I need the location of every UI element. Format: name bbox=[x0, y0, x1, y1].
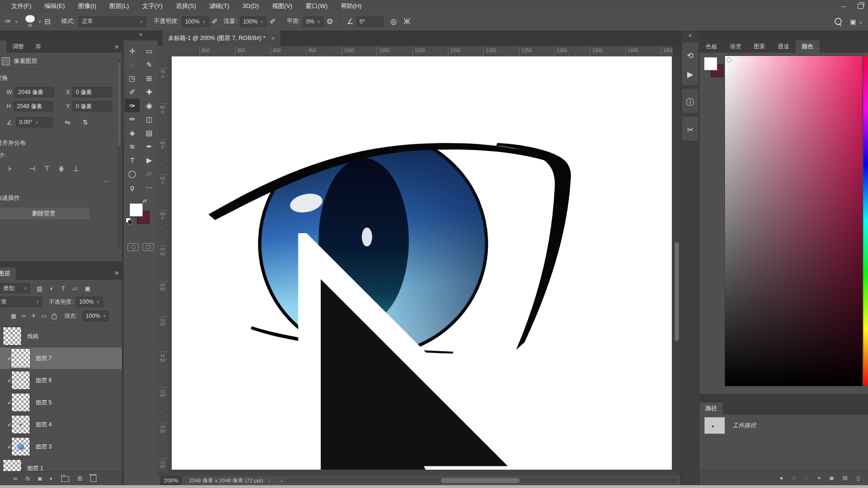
color-panel-tab[interactable]: 色板 bbox=[700, 40, 724, 53]
layer-thumbnail[interactable] bbox=[11, 371, 30, 390]
brush-angle-input[interactable]: 0° bbox=[356, 16, 383, 27]
filter-type-select[interactable]: 类型 ∨ bbox=[0, 283, 30, 293]
layer-thumbnail[interactable] bbox=[3, 327, 22, 346]
tab-libraries[interactable]: 库 bbox=[30, 40, 47, 53]
align-top-edges-icon[interactable]: ⊤ bbox=[44, 165, 50, 173]
tab-paths[interactable]: 路径 bbox=[700, 402, 723, 415]
lock-transparency-icon[interactable]: ▦ bbox=[11, 313, 16, 319]
work-path-row[interactable]: 工作路径 bbox=[700, 415, 868, 437]
airbrush-icon[interactable]: ✐ bbox=[270, 17, 276, 26]
menu-item[interactable]: 视图(V) bbox=[265, 0, 299, 12]
fill-path-icon[interactable]: ● bbox=[780, 474, 783, 481]
healing-brush-tool[interactable]: ✚ bbox=[142, 85, 157, 99]
default-colors-icon[interactable] bbox=[126, 218, 131, 223]
field-input[interactable]: 2048 像素 bbox=[15, 87, 54, 97]
close-document-icon[interactable]: × bbox=[271, 35, 275, 42]
rotate-input[interactable]: 0.00° ∨ bbox=[16, 117, 53, 127]
opacity-input[interactable]: 100% ∨ bbox=[182, 16, 208, 27]
fill-input[interactable]: 100% ∨ bbox=[82, 311, 109, 321]
foreground-color-swatch[interactable] bbox=[704, 57, 717, 70]
tool-preset-chevron-icon[interactable]: ∨ bbox=[15, 19, 18, 24]
color-panel-tab[interactable]: 图案 bbox=[748, 40, 772, 53]
menu-item[interactable]: 窗口(W) bbox=[299, 0, 334, 12]
filter-smart-objects-icon[interactable]: ▣ bbox=[85, 285, 90, 292]
search-icon[interactable] bbox=[835, 18, 842, 25]
symmetry-icon[interactable]: Ж bbox=[403, 17, 410, 26]
document-canvas[interactable] bbox=[172, 56, 672, 470]
new-layer-icon[interactable]: ⊞ bbox=[77, 475, 82, 482]
color-cube[interactable] bbox=[725, 55, 863, 386]
make-work-path-icon[interactable]: ⌖ bbox=[817, 474, 820, 482]
layer-row[interactable]: ↳ 线稿 bbox=[0, 325, 122, 347]
eyedropper-tool[interactable]: ✐ bbox=[125, 85, 140, 99]
tool-presets-panel-button[interactable]: ✂ bbox=[682, 120, 698, 139]
layer-thumbnail[interactable] bbox=[11, 415, 30, 434]
menu-item[interactable]: 图像(I) bbox=[72, 0, 103, 12]
lock-position-icon[interactable]: ✛ bbox=[31, 313, 36, 319]
blur-tool[interactable]: ≋ bbox=[125, 140, 140, 153]
toggle-brush-panel-icon[interactable]: ⊟ bbox=[44, 17, 50, 26]
align-bottom-edges-icon[interactable]: ⊥ bbox=[73, 165, 79, 173]
menu-item[interactable]: 图层(L) bbox=[103, 0, 135, 12]
delete-layer-icon[interactable] bbox=[90, 476, 96, 482]
layer-row[interactable]: ↳ 图层 3 bbox=[0, 436, 122, 458]
tool-preset-icon[interactable]: ✑ bbox=[5, 17, 11, 26]
status-chevron-icon[interactable]: 〉 bbox=[268, 477, 273, 484]
mixer-brush-tool[interactable]: ✏ bbox=[125, 112, 140, 126]
pen-tool[interactable]: ✒ bbox=[142, 140, 157, 153]
color-panel-tab[interactable]: 颜色 bbox=[796, 40, 820, 53]
swap-colors-icon[interactable]: ⇄ bbox=[143, 198, 147, 204]
layer-effects-icon[interactable]: fx bbox=[25, 475, 30, 482]
info-panel-button[interactable]: ⓘ bbox=[682, 93, 698, 111]
color-panel-tab[interactable]: 渐变 bbox=[724, 40, 748, 53]
hue-slider[interactable] bbox=[863, 55, 868, 386]
layer-name[interactable]: 图层 6 bbox=[36, 377, 52, 385]
move-tool[interactable]: ✛ bbox=[125, 44, 140, 58]
filter-type-layers-icon[interactable]: T bbox=[61, 285, 65, 292]
screen-mode-button[interactable] bbox=[143, 243, 154, 251]
tab-adjustments[interactable]: 调整 bbox=[7, 40, 30, 53]
menu-item[interactable]: 编辑(E) bbox=[38, 0, 72, 12]
path-selection-tool[interactable]: ▶ bbox=[142, 153, 157, 167]
flow-input[interactable]: 100% ∨ bbox=[240, 16, 267, 27]
zoom-level-input[interactable]: 200% bbox=[160, 476, 182, 485]
scroll-left-icon[interactable]: ‹ bbox=[281, 477, 283, 484]
ellipse-tool[interactable]: ◯ bbox=[125, 167, 140, 181]
layer-row[interactable]: ↳ 图层 4 bbox=[0, 414, 122, 436]
new-group-icon[interactable] bbox=[61, 476, 69, 482]
tab-properties-partial[interactable] bbox=[0, 40, 7, 53]
edit-toolbar-button[interactable]: ⋯ bbox=[142, 181, 157, 194]
clone-stamp-tool[interactable]: ◉ bbox=[142, 99, 157, 112]
layer-thumbnail[interactable] bbox=[11, 349, 30, 368]
scrollbar-thumb[interactable] bbox=[675, 242, 679, 341]
tab-layers[interactable]: 图层 bbox=[0, 268, 16, 280]
canvas-vertical-scrollbar[interactable] bbox=[673, 56, 680, 472]
filter-pixel-layers-icon[interactable]: ▨ bbox=[37, 285, 42, 292]
field-input[interactable]: 2048 像素 bbox=[14, 101, 53, 111]
layer-name[interactable]: 图层 5 bbox=[36, 399, 52, 407]
align-more-button[interactable]: … bbox=[0, 173, 122, 183]
align-center-icon[interactable]: ⋕ bbox=[58, 165, 64, 173]
brush-tool[interactable]: ✑ bbox=[125, 99, 140, 112]
add-layer-mask-icon[interactable]: ◙ bbox=[38, 475, 42, 482]
document-tab[interactable]: 未标题-1 @ 200% (图层 7, RGB/8#) * × bbox=[162, 31, 280, 46]
flip-vertical-icon[interactable]: ⇅ bbox=[82, 118, 88, 126]
color-panel-tab[interactable]: 通道 bbox=[772, 40, 796, 53]
workspace-switcher-icon[interactable]: ▣ ∨ bbox=[850, 18, 862, 25]
paint-bucket-tool[interactable]: ◈ bbox=[125, 126, 140, 140]
field-input[interactable]: 0 像素 bbox=[72, 101, 112, 111]
blend-mode-select[interactable]: 正常 ∨ bbox=[79, 16, 146, 27]
new-path-icon[interactable]: ⊞ bbox=[843, 474, 848, 481]
menu-item[interactable]: 文字(Y) bbox=[135, 0, 169, 12]
layer-thumbnail[interactable] bbox=[11, 437, 30, 456]
canvas-viewport[interactable] bbox=[167, 56, 673, 472]
smoothing-options-gear-icon[interactable]: ⚙ bbox=[326, 17, 333, 26]
layer-row[interactable]: ↳ 图层 6 bbox=[0, 370, 122, 392]
pressure-size-icon[interactable]: ◎ bbox=[390, 17, 397, 26]
lock-all-icon[interactable] bbox=[52, 315, 56, 319]
eraser-tool[interactable]: ◫ bbox=[142, 112, 157, 126]
remove-background-button[interactable]: 删除背景 bbox=[0, 207, 90, 220]
layer-blend-mode-select[interactable]: 正常 ∨ bbox=[0, 297, 42, 307]
menu-item[interactable]: 3D(D) bbox=[236, 0, 265, 12]
lock-pixels-icon[interactable]: ✑ bbox=[21, 313, 26, 319]
